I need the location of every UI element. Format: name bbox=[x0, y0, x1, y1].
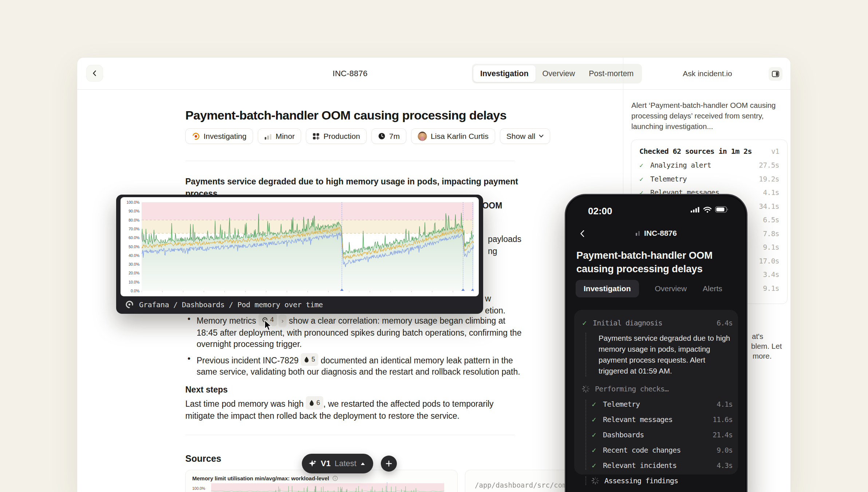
panel-right-icon bbox=[772, 70, 780, 78]
check-icon: ✓ bbox=[639, 175, 650, 183]
phone-incident-id: INC-8876 bbox=[567, 229, 745, 238]
badge-minor[interactable]: Minor bbox=[258, 128, 301, 144]
y-tick-label: 70.0% bbox=[123, 227, 139, 231]
text-fragment: at's bbox=[752, 332, 763, 341]
checked-source-row: ✓Telemetry19.2s bbox=[639, 175, 779, 183]
phone-tab-investigation[interactable]: Investigation bbox=[576, 280, 639, 297]
version-label: v1 bbox=[771, 147, 779, 155]
phone-nav-bar: INC-8876 bbox=[567, 228, 745, 241]
phone-tab-alerts[interactable]: Alerts bbox=[703, 284, 722, 293]
source-count-badge[interactable]: 4 bbox=[259, 313, 277, 326]
view-tabs: InvestigationOverviewPost-mortem bbox=[472, 64, 642, 83]
badge-label: Investigating bbox=[204, 132, 246, 141]
next-steps-paragraph: Last time pod memory was high 6, we rest… bbox=[185, 396, 520, 422]
phone-mockup: 02:00 INC-8876 Payment-batch-handler OOM… bbox=[565, 194, 747, 492]
performing-checks-row: Performing checks… bbox=[582, 384, 733, 393]
source-time: 6.5s bbox=[763, 216, 779, 224]
phone-status-bar: 02:00 bbox=[567, 205, 745, 216]
source-label: Telemetry bbox=[650, 175, 687, 183]
source-count-badge[interactable]: 6 bbox=[306, 396, 323, 410]
phone-tabs: InvestigationOverviewAlerts bbox=[576, 280, 722, 297]
diagnosis-label: Initial diagnosis bbox=[593, 319, 662, 327]
version-selector-button[interactable]: V1 Latest bbox=[302, 454, 373, 473]
incident-title: Payment-batch-handler OOM causing proces… bbox=[185, 108, 520, 122]
check-icon: ✓ bbox=[591, 401, 603, 409]
incident-attribute-badges: InvestigatingMinorProduction7mLisa Karli… bbox=[185, 128, 550, 144]
version-latest-label: Latest bbox=[335, 459, 356, 468]
battery-icon bbox=[715, 206, 729, 213]
source-count-badge[interactable]: 5 bbox=[301, 353, 318, 366]
pod-memory-chart bbox=[142, 202, 474, 293]
checked-sources-header: Checked 62 sources in 1m 2s bbox=[639, 147, 752, 156]
next-steps-heading: Next steps bbox=[185, 385, 228, 395]
grafana-icon bbox=[125, 300, 134, 309]
checked-source-row: ✓Analyzing alert27.5s bbox=[639, 161, 779, 169]
incident-icon bbox=[304, 356, 309, 363]
badge-label: Minor bbox=[276, 132, 295, 141]
caret-up-icon bbox=[360, 462, 365, 465]
badge-production[interactable]: Production bbox=[306, 128, 366, 144]
source-time: 9.1s bbox=[763, 243, 779, 251]
add-version-button[interactable] bbox=[381, 456, 397, 472]
source-chart-title: Memory limit utilisation min/avg/max: wo… bbox=[192, 475, 329, 481]
phone-incident-title: Payment-batch-handler OOM causing proces… bbox=[576, 249, 739, 276]
diagnosis-row: ✓ Initial diagnosis 6.4s bbox=[582, 319, 733, 327]
grafana-preview-tooltip[interactable]: 100.0%90.0%80.0%70.0%60.0%50.0%40.0%30.0… bbox=[116, 195, 483, 314]
incident-icon bbox=[309, 400, 314, 406]
y-tick-label: 10.0% bbox=[123, 280, 139, 284]
y-tick-label: 0.0% bbox=[123, 289, 139, 293]
desktop-background: INC-8876 InvestigationOverviewPost-morte… bbox=[0, 0, 868, 492]
grafana-breadcrumb: Grafana / Dashboards / Pod memory over t… bbox=[125, 300, 323, 309]
y-tick-label: 90.0% bbox=[123, 209, 139, 213]
y-tick-label: 100.0% bbox=[123, 200, 139, 204]
sources-heading: Sources bbox=[185, 453, 221, 464]
y-tick-label: 60.0% bbox=[123, 235, 139, 240]
divider bbox=[185, 161, 515, 161]
toggle-sidebar-button[interactable] bbox=[769, 67, 782, 81]
badge-lisa-karlin-curtis[interactable]: Lisa Karlin Curtis bbox=[411, 128, 495, 144]
badge-show-all[interactable]: Show all bbox=[500, 128, 550, 144]
expand-chevron[interactable]: › bbox=[279, 315, 287, 327]
phone-tab-overview[interactable]: Overview bbox=[655, 284, 687, 293]
check-icon: ✓ bbox=[591, 462, 603, 470]
check-label: Relevant messages bbox=[603, 415, 672, 424]
check-icon: ✓ bbox=[591, 416, 603, 424]
source-time: 17.0s bbox=[759, 257, 779, 265]
severity-minor-icon bbox=[264, 133, 272, 140]
tab-overview[interactable]: Overview bbox=[536, 65, 582, 82]
assessing-findings-row: Assessing findings bbox=[585, 476, 733, 485]
environment-icon bbox=[312, 133, 320, 140]
y-tick-label: 50.0% bbox=[123, 245, 139, 249]
window-header: INC-8876 InvestigationOverviewPost-morte… bbox=[77, 58, 790, 90]
spinner-icon bbox=[591, 477, 599, 485]
source-time: 27.5s bbox=[759, 161, 779, 169]
phone-check-row: ✓Dashboards21.4s bbox=[591, 430, 733, 439]
check-time: 21.4s bbox=[713, 431, 733, 439]
check-icon: ✓ bbox=[639, 161, 650, 169]
check-time: 4.3s bbox=[717, 461, 733, 470]
text-fragment: w bbox=[485, 294, 491, 304]
badge-7m[interactable]: 7m bbox=[371, 128, 406, 144]
finding-item-2: Previous incident INC-7829 5 documented … bbox=[185, 353, 524, 378]
assistant-alert-message: Alert ‘Payment-batch-handler OOM causing… bbox=[631, 100, 777, 132]
phone-check-row: ✓Relevant messages11.6s bbox=[591, 415, 733, 424]
check-icon: ✓ bbox=[591, 431, 603, 439]
phone-check-row: ✓Recent code changes9.0s bbox=[591, 446, 733, 454]
check-time: 4.1s bbox=[717, 400, 733, 409]
version-number: V1 bbox=[321, 459, 331, 468]
text-fragment: ng bbox=[488, 246, 497, 256]
y-tick-label: 40.0% bbox=[123, 253, 139, 258]
badge-label: Production bbox=[323, 132, 360, 141]
check-label: Telemetry bbox=[603, 400, 640, 409]
check-label: Recent code changes bbox=[603, 446, 681, 454]
plus-icon bbox=[385, 460, 392, 467]
findings-list: Memory metrics 4› show a clear correlati… bbox=[185, 313, 524, 381]
source-time: 4.1s bbox=[763, 188, 779, 197]
phone-check-row: ✓Telemetry4.1s bbox=[591, 400, 733, 409]
text-fragment: payloads bbox=[488, 234, 521, 244]
tab-investigation[interactable]: Investigation bbox=[473, 65, 536, 82]
badge-investigating[interactable]: Investigating bbox=[185, 128, 253, 144]
clock-icon bbox=[378, 132, 386, 140]
diagnosis-body: Payments service degraded due to high me… bbox=[585, 333, 733, 376]
check-time: 11.6s bbox=[713, 415, 733, 424]
